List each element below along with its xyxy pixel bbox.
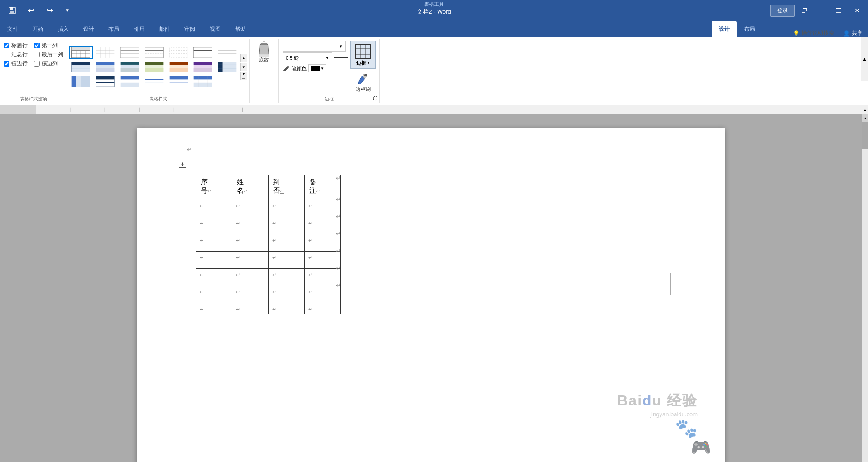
table-style-4[interactable] <box>142 46 166 59</box>
border-painter-button[interactable]: 边框刷 <box>350 71 376 93</box>
cell-4-3[interactable]: ↵ <box>269 252 305 269</box>
table-style-16[interactable] <box>94 75 117 88</box>
last-col-checkbox-label[interactable]: 最后一列 <box>34 51 63 58</box>
styles-scroll-down[interactable]: ▼ <box>240 63 247 71</box>
cell-4-1[interactable]: ↵ <box>196 252 232 269</box>
banded-cols-checkbox[interactable] <box>34 61 40 67</box>
cell-7-2[interactable]: ↵ <box>232 303 269 314</box>
cell-3-1[interactable]: ↵ <box>196 234 232 252</box>
cell-5-3[interactable]: ↵ <box>269 269 305 286</box>
table-style-1[interactable] <box>69 46 93 59</box>
header-row-checkbox[interactable] <box>4 43 9 48</box>
cell-1-2[interactable]: ↵ <box>232 200 269 217</box>
restore-window-button[interactable]: 🗗 <box>797 5 812 15</box>
header-cell-2[interactable]: 姓名↵ <box>232 175 269 200</box>
styles-scroll-up[interactable]: ▲ <box>240 54 247 62</box>
login-button[interactable]: 登录 <box>770 5 795 17</box>
tab-design[interactable]: 设计 <box>76 21 101 37</box>
cell-2-1[interactable]: ↵ <box>196 217 232 234</box>
cell-4-4[interactable]: ↵ <box>305 252 341 269</box>
tab-insert[interactable]: 插入 <box>51 21 76 37</box>
table-style-5[interactable] <box>167 46 190 59</box>
cell-1-1[interactable]: ↵ <box>196 200 232 217</box>
cell-3-2[interactable]: ↵ <box>232 234 269 252</box>
table-style-17[interactable] <box>118 75 142 88</box>
border-style-select[interactable]: —————————— ▼ <box>283 41 346 52</box>
table-style-11[interactable] <box>142 60 166 74</box>
styles-expand[interactable]: ▼— <box>240 72 247 80</box>
tab-layout-main[interactable]: 布局 <box>101 21 127 37</box>
table-style-8[interactable] <box>69 60 93 74</box>
table-style-7[interactable] <box>216 46 239 59</box>
header-cell-4[interactable]: 备注↵ <box>305 175 341 200</box>
last-col-checkbox[interactable] <box>34 52 40 57</box>
border-button[interactable]: 边框 ▼ <box>350 41 376 69</box>
ruler-toggle-button[interactable]: ▲ <box>862 105 868 114</box>
table-style-12[interactable] <box>167 60 190 74</box>
cell-3-4[interactable]: ↵ <box>305 234 341 252</box>
total-row-checkbox[interactable] <box>4 52 9 57</box>
header-row-checkbox-label[interactable]: 标题行 <box>4 42 28 49</box>
cell-5-2[interactable]: ↵ <box>232 269 269 286</box>
cell-1-4[interactable]: ↵ <box>305 200 341 217</box>
tab-table-layout[interactable]: 布局 <box>737 21 762 37</box>
table-styles-scroll[interactable]: ▲ ▼ ▼— <box>240 54 247 80</box>
banded-rows-checkbox[interactable] <box>4 61 9 67</box>
cell-7-1[interactable]: ↵ <box>196 303 232 314</box>
tab-table-design[interactable]: 设计 <box>712 21 737 37</box>
scroll-track[interactable] <box>862 122 868 462</box>
table-style-20[interactable] <box>191 75 215 88</box>
table-style-10[interactable] <box>118 60 142 74</box>
quick-access-dropdown[interactable]: ▼ <box>61 6 74 14</box>
cell-5-1[interactable]: ↵ <box>196 269 232 286</box>
table-style-18[interactable] <box>142 75 166 88</box>
total-row-checkbox-label[interactable]: 汇总行 <box>4 51 28 58</box>
table-style-15[interactable] <box>69 75 93 88</box>
cell-7-3[interactable]: ↵ <box>269 303 305 314</box>
cell-6-1[interactable]: ↵ <box>196 286 232 303</box>
save-button[interactable] <box>4 5 21 16</box>
table-move-handle[interactable]: ✛ <box>179 161 186 168</box>
cell-3-3[interactable]: ↵ <box>269 234 305 252</box>
table-style-19[interactable] <box>167 75 190 88</box>
cell-2-2[interactable]: ↵ <box>232 217 269 234</box>
tab-references[interactable]: 引用 <box>127 21 152 37</box>
table-style-2[interactable] <box>94 46 117 59</box>
cell-6-3[interactable]: ↵ <box>269 286 305 303</box>
first-col-checkbox[interactable] <box>34 43 40 48</box>
undo-button[interactable]: ↩ <box>24 5 39 16</box>
border-width-select[interactable]: 0.5 磅 ▼ <box>283 52 332 63</box>
table-style-6[interactable] <box>191 46 215 59</box>
scroll-up-button[interactable]: ▲ <box>862 114 868 122</box>
tab-review[interactable]: 审阅 <box>177 21 203 37</box>
header-cell-3[interactable]: 到否↵ <box>269 175 305 200</box>
banded-rows-checkbox-label[interactable]: 镶边行 <box>4 60 28 67</box>
scroll-thumb[interactable] <box>862 122 868 149</box>
first-col-checkbox-label[interactable]: 第一列 <box>34 42 58 49</box>
border-group-expand[interactable]: ⬡ <box>373 95 377 101</box>
shading-button[interactable]: 底纹 <box>255 41 273 63</box>
cell-5-4[interactable]: ↵ <box>305 269 341 286</box>
table-style-9[interactable] <box>94 60 117 74</box>
tab-home[interactable]: 开始 <box>25 21 51 37</box>
banded-cols-checkbox-label[interactable]: 镶边列 <box>34 60 58 67</box>
doc-canvas[interactable]: ✛ ↵ 序号↵ 姓名↵ <box>0 114 862 462</box>
cell-6-2[interactable]: ↵ <box>232 286 269 303</box>
cell-6-4[interactable]: ↵ <box>305 286 341 303</box>
cell-2-4[interactable]: ↵ <box>305 217 341 234</box>
header-cell-1[interactable]: 序号↵ <box>196 175 232 200</box>
share-button[interactable]: 👤 共享 <box>838 29 868 37</box>
maximize-button[interactable]: 🗖 <box>831 5 846 15</box>
cell-4-2[interactable]: ↵ <box>232 252 269 269</box>
table-style-13[interactable] <box>191 60 215 74</box>
tab-mailings[interactable]: 邮件 <box>152 21 177 37</box>
pen-color-select[interactable]: ▼ <box>308 64 326 72</box>
help-search-area[interactable]: 💡 操作说明搜索 <box>789 29 838 37</box>
right-scrollbar[interactable]: ▲ ▼ <box>862 114 868 462</box>
cell-7-4[interactable]: ↵ <box>305 303 341 314</box>
tab-view[interactable]: 视图 <box>203 21 228 37</box>
ribbon-collapse-button[interactable]: ▲ <box>861 37 868 81</box>
redo-button[interactable]: ↪ <box>42 5 58 16</box>
cell-1-3[interactable]: ↵ <box>269 200 305 217</box>
minimize-button[interactable]: — <box>814 5 829 15</box>
